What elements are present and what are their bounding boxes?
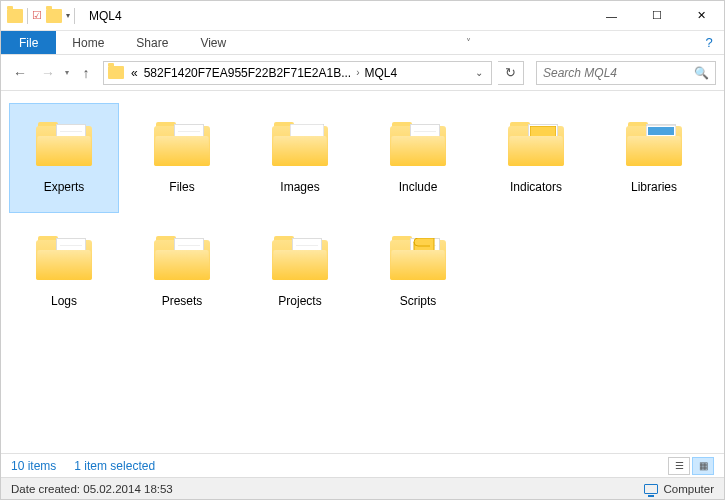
qat-folder-icon[interactable]: [46, 9, 62, 23]
folder-label: Indicators: [510, 180, 562, 194]
folder-icon: sk: [268, 112, 332, 176]
folder-item[interactable]: Libraries: [599, 103, 709, 213]
quick-access-toolbar: ☑ ▾: [1, 8, 81, 24]
folder-icon: [622, 112, 686, 176]
content-area[interactable]: ExpertsFilesskImagesIncludeƒIndicatorsLi…: [1, 91, 724, 453]
folder-icon: [32, 112, 96, 176]
view-details-button[interactable]: ☰: [668, 457, 690, 475]
minimize-button[interactable]: —: [589, 1, 634, 31]
folder-item[interactable]: Include: [363, 103, 473, 213]
tab-share[interactable]: Share: [120, 31, 184, 54]
recent-locations-icon[interactable]: ▾: [65, 68, 69, 77]
folder-label: Experts: [44, 180, 85, 194]
folder-item[interactable]: ƒIndicators: [481, 103, 591, 213]
folder-label: Presets: [162, 294, 203, 308]
chevron-right-icon[interactable]: ›: [354, 67, 361, 78]
qat-dropdown-icon[interactable]: ▾: [66, 11, 70, 20]
folder-icon: [268, 226, 332, 290]
status-selected-count: 1 item selected: [74, 459, 155, 473]
folder-item[interactable]: skImages: [245, 103, 355, 213]
separator: [74, 8, 75, 24]
back-button[interactable]: ←: [9, 62, 31, 84]
folder-label: Images: [280, 180, 319, 194]
svg-rect-5: [648, 127, 674, 135]
folder-item[interactable]: Projects: [245, 217, 355, 327]
address-current[interactable]: MQL4: [362, 66, 401, 80]
items-grid: ExpertsFilesskImagesIncludeƒIndicatorsLi…: [9, 103, 716, 327]
window-title: MQL4: [89, 9, 122, 23]
folder-label: Projects: [278, 294, 321, 308]
folder-label: Files: [169, 180, 194, 194]
file-tab[interactable]: File: [1, 31, 56, 54]
address-bar[interactable]: « 582F1420F7EA955F22B2F71E2A1B... › MQL4…: [103, 61, 492, 85]
details-pane: Date created: 05.02.2014 18:53 Computer: [1, 477, 724, 499]
up-button[interactable]: ↑: [75, 62, 97, 84]
search-input[interactable]: [543, 66, 694, 80]
window-controls: — ☐ ✕: [589, 1, 724, 31]
folder-label: Libraries: [631, 180, 677, 194]
status-item-count: 10 items: [11, 459, 56, 473]
tab-view[interactable]: View: [184, 31, 242, 54]
separator: [27, 8, 28, 24]
location-label: Computer: [664, 483, 715, 495]
folder-icon: [32, 226, 96, 290]
folder-icon: [386, 226, 450, 290]
date-created-label: Date created: 05.02.2014 18:53: [11, 483, 173, 495]
help-button[interactable]: ?: [694, 31, 724, 54]
search-box[interactable]: 🔍: [536, 61, 716, 85]
folder-item[interactable]: Experts: [9, 103, 119, 213]
folder-item[interactable]: Presets: [127, 217, 237, 327]
status-bar: 10 items 1 item selected ☰ ▦: [1, 453, 724, 477]
folder-icon: [150, 226, 214, 290]
navigation-bar: ← → ▾ ↑ « 582F1420F7EA955F22B2F71E2A1B..…: [1, 55, 724, 91]
folder-icon: [386, 112, 450, 176]
maximize-button[interactable]: ☐: [634, 1, 679, 31]
app-folder-icon: [7, 9, 23, 23]
ribbon-tabs: File Home Share View ˅ ?: [1, 31, 724, 55]
folder-label: Scripts: [400, 294, 437, 308]
address-folder-icon: [108, 66, 124, 79]
folder-icon: ƒ: [504, 112, 568, 176]
view-icons-button[interactable]: ▦: [692, 457, 714, 475]
folder-item[interactable]: Scripts: [363, 217, 473, 327]
folder-item[interactable]: Files: [127, 103, 237, 213]
title-bar: ☑ ▾ MQL4 — ☐ ✕: [1, 1, 724, 31]
folder-label: Logs: [51, 294, 77, 308]
folder-item[interactable]: Logs: [9, 217, 119, 327]
ribbon-collapse-icon[interactable]: ˅: [457, 31, 479, 54]
search-icon[interactable]: 🔍: [694, 66, 709, 80]
qat-check-icon[interactable]: ☑: [32, 9, 42, 22]
folder-icon: [150, 112, 214, 176]
address-parent[interactable]: 582F1420F7EA955F22B2F71E2A1B...: [141, 66, 354, 80]
forward-button[interactable]: →: [37, 62, 59, 84]
address-prefix: «: [128, 66, 141, 80]
close-button[interactable]: ✕: [679, 1, 724, 31]
address-dropdown-icon[interactable]: ⌄: [471, 67, 487, 78]
refresh-button[interactable]: ↻: [498, 61, 524, 85]
tab-home[interactable]: Home: [56, 31, 120, 54]
computer-icon: [644, 484, 658, 494]
folder-label: Include: [399, 180, 438, 194]
